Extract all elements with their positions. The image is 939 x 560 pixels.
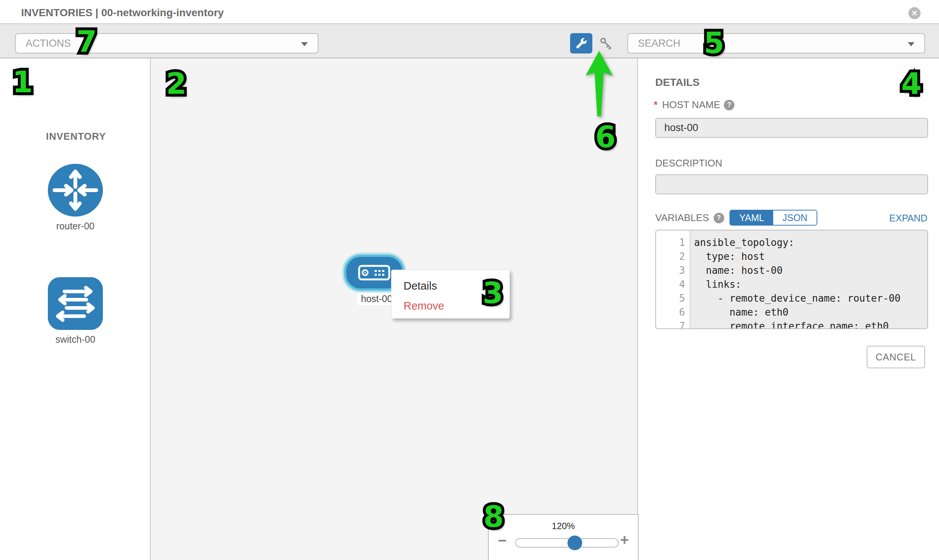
zoom-in-button[interactable]: + (620, 532, 629, 547)
help-icon[interactable]: ? (724, 100, 734, 110)
help-glyph: ? (717, 214, 721, 222)
inventory-palette: INVENTORY router-00 (0, 58, 151, 560)
host-name-label: HOST NAME (662, 99, 720, 111)
close-icon[interactable]: ✕ (908, 7, 920, 19)
description-label: DESCRIPTION (655, 157, 722, 169)
code-line: - remote_device_name: router-00 (694, 291, 927, 305)
variables-label-row: VARIABLES ? (655, 212, 724, 224)
code-line-number: 1 (656, 236, 689, 250)
annotation-number-1: 1 (12, 65, 33, 99)
cancel-button[interactable]: CANCEL (867, 346, 925, 368)
chevron-down-icon (301, 42, 308, 46)
actions-dropdown-label: ACTIONS (26, 38, 71, 49)
code-line: name: host-00 (694, 264, 927, 278)
key-icon (598, 36, 614, 51)
key-button[interactable] (598, 36, 614, 51)
zoom-control-panel: 120% − + (488, 514, 639, 560)
code-line-number: 5 (656, 291, 689, 305)
code-line-number: 2 (656, 250, 689, 264)
page-title: INVENTORIES | 00-networking-inventory (21, 7, 224, 19)
variables-label: VARIABLES (655, 212, 709, 224)
help-glyph: ? (727, 101, 731, 109)
details-panel: DETAILS * HOST NAME ? DESCRIPTION VARIAB… (639, 58, 939, 560)
annotation-number-4: 4 (901, 67, 922, 100)
switch-icon (47, 276, 103, 331)
code-line-number: 4 (656, 278, 689, 291)
annotation-number-6: 6 (595, 120, 616, 154)
host-icon (358, 265, 390, 280)
search-dropdown[interactable]: SEARCH (628, 33, 925, 54)
palette-item-label: router-00 (47, 221, 103, 232)
variables-row: VARIABLES ? YAML JSON EXPAND (655, 210, 928, 226)
code-line: remote_interface_name: eth0 (694, 319, 927, 329)
variables-code-editor[interactable]: 1234567 ansible_topology: type: host nam… (655, 230, 928, 329)
annotation-number-7: 7 (77, 25, 97, 58)
expand-link[interactable]: EXPAND (889, 213, 927, 224)
palette-item-router[interactable]: router-00 (47, 163, 103, 232)
host-name-input[interactable] (655, 118, 928, 138)
actions-dropdown[interactable]: ACTIONS (15, 33, 318, 54)
required-marker: * (654, 99, 657, 111)
code-line: links: (694, 278, 927, 291)
annotation-number-2: 2 (166, 67, 187, 100)
palette-item-label: switch-00 (47, 334, 103, 345)
host-name-label-row: * HOST NAME ? (654, 99, 734, 111)
code-line-numbers: 1234567 (656, 231, 690, 328)
palette-item-switch[interactable]: switch-00 (47, 276, 103, 345)
zoom-out-button[interactable]: − (498, 533, 506, 548)
host-node-label: host-00 (357, 292, 396, 305)
code-line: type: host (694, 250, 927, 264)
wrench-icon (575, 37, 587, 49)
zoom-slider-thumb[interactable] (567, 535, 582, 550)
zoom-slider-track[interactable] (515, 538, 619, 548)
code-line: ansible_topology: (694, 236, 927, 250)
annotation-number-8: 8 (483, 500, 504, 534)
toolbar: ACTIONS SEARCH (0, 24, 939, 58)
toggle-json[interactable]: JSON (773, 211, 817, 225)
code-line: name: eth0 (694, 305, 927, 319)
annotation-number-5: 5 (704, 26, 724, 60)
search-dropdown-label: SEARCH (638, 38, 680, 49)
description-input[interactable] (655, 174, 928, 194)
annotation-number-3: 3 (483, 276, 503, 310)
variables-format-toggle: YAML JSON (729, 210, 817, 226)
code-content[interactable]: ansible_topology: type: host name: host-… (690, 231, 927, 328)
code-line-number: 7 (656, 319, 689, 329)
toggle-yaml[interactable]: YAML (730, 211, 773, 225)
header: INVENTORIES | 00-networking-inventory ✕ (0, 0, 939, 24)
inventory-palette-title: INVENTORY (46, 131, 106, 142)
help-icon[interactable]: ? (714, 213, 724, 223)
code-line-number: 6 (656, 305, 689, 319)
code-line-number: 3 (656, 264, 689, 278)
router-icon (47, 163, 103, 218)
inventory-topology-screen: INVENTORIES | 00-networking-inventory ✕ … (0, 0, 939, 560)
chevron-down-icon (908, 42, 914, 46)
topology-canvas[interactable]: host-00 Details Remove 120% − + (151, 58, 638, 560)
zoom-level-value: 120% (489, 521, 638, 531)
details-panel-title: DETAILS (655, 77, 700, 89)
close-glyph: ✕ (911, 9, 918, 18)
annotation-arrow-up (585, 50, 614, 118)
